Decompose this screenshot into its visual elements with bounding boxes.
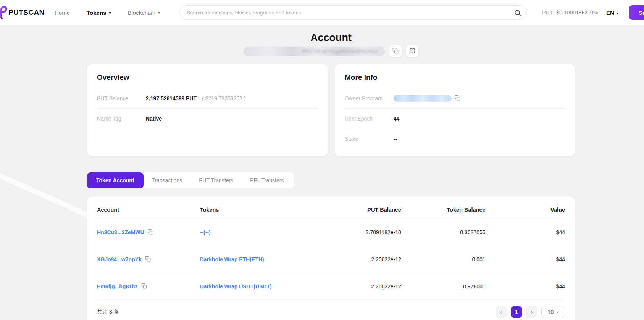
put-balance-label: PUT Balance — [97, 95, 146, 101]
price-value: $0.10001862 — [556, 10, 588, 16]
price-label: PUT: — [542, 10, 554, 16]
account-address-redacted: PRCSExb7GgpA6SavEHU9xx — [244, 47, 385, 56]
put-balance-usd: ( $219.79353253 ) — [202, 95, 245, 101]
tab-token-account[interactable]: Token Account — [87, 172, 144, 188]
account-link[interactable]: Em6fjg...hg81hz — [97, 283, 138, 289]
top-navbar: PUTSCAN Home Tokens ▾ Blockchain ▾ PUT: … — [0, 0, 644, 25]
nav-blockchain-label: Blockchain — [128, 10, 155, 16]
table-row: Em6fjg...hg81hz Darkhole Wrap USDT(USDT)… — [97, 273, 565, 300]
token-link[interactable]: --(--) — [200, 229, 211, 235]
nav-item-blockchain[interactable]: Blockchain ▾ — [128, 10, 160, 16]
qr-code-button[interactable] — [406, 45, 418, 57]
stake-value: -- — [394, 136, 397, 142]
next-page-button[interactable]: › — [526, 306, 537, 318]
nav-item-tokens[interactable]: Tokens ▾ — [87, 10, 111, 16]
current-page-button[interactable]: 1 — [511, 306, 522, 318]
page-size-value: 10 — [547, 309, 554, 315]
tab-transactions[interactable]: Transactions — [144, 172, 191, 188]
copy-icon — [455, 95, 460, 102]
brand-name: PUTSCAN — [8, 8, 45, 17]
search-icon[interactable] — [514, 9, 521, 18]
col-put-balance: PUT Balance — [331, 197, 401, 219]
account-link[interactable]: XGJo94...w7npYk — [97, 256, 142, 262]
token-link[interactable]: Darkhole Wrap ETH(ETH) — [200, 256, 264, 262]
chevron-down-icon: ▾ — [617, 11, 618, 15]
chevron-left-icon: ‹ — [500, 309, 502, 315]
more-info-title: More info — [335, 64, 575, 88]
copy-icon — [392, 48, 399, 55]
qr-code-icon — [409, 48, 415, 55]
prev-page-button[interactable]: ‹ — [496, 306, 507, 318]
nav-home-label: Home — [55, 10, 70, 16]
page-size-select[interactable]: 10 ▾ — [541, 306, 565, 318]
copy-account-button[interactable] — [141, 283, 147, 290]
price-change: 0% — [590, 10, 598, 16]
address-blurred-text: PRCSExb7GgpA6SavEHU9xx — [302, 47, 378, 56]
page-title: Account — [87, 32, 575, 44]
name-tag-value: Native — [146, 116, 162, 122]
token-balance-cell: 0.978001 — [401, 273, 486, 300]
account-address-row: PRCSExb7GgpA6SavEHU9xx — [87, 45, 575, 58]
name-tag-label: Name Tag — [97, 116, 146, 122]
chevron-down-icon: ▾ — [158, 11, 160, 15]
nav-item-home[interactable]: Home — [55, 10, 70, 16]
stake-label: Stake — [345, 136, 394, 142]
table-header-row: Account Tokens PUT Balance Token Balance… — [97, 197, 565, 219]
put-balance-value: 2,197.52614599 PUT — [146, 95, 197, 101]
language-selector[interactable]: EN ▾ — [606, 0, 618, 25]
token-account-table: Account Tokens PUT Balance Token Balance… — [97, 197, 565, 300]
tab-put-transfers[interactable]: PUT Transfers — [190, 172, 242, 188]
put-balance-cell: 2.20632e-12 — [331, 246, 401, 273]
total-count-text: 共计 3 条 — [97, 309, 119, 315]
tab-ppl-transfers[interactable]: PPL Transfers — [242, 172, 292, 188]
col-token-balance: Token Balance — [401, 197, 486, 219]
name-tag-row: Name Tag Native — [87, 109, 328, 129]
copy-account-button[interactable] — [148, 229, 153, 236]
rent-epoch-value: 44 — [394, 116, 400, 122]
owner-program-dots: ··· — [444, 95, 449, 100]
copy-owner-program-button[interactable] — [455, 95, 460, 102]
overview-card: Overview PUT Balance 2,197.52614599 PUT … — [87, 64, 328, 156]
token-price-indicator: PUT: $0.10001862 0% — [542, 0, 598, 25]
put-balance-cell: 3.7091182e-10 — [331, 219, 401, 246]
table-row: XGJo94...w7npYk Darkhole Wrap ETH(ETH) 2… — [97, 246, 565, 273]
token-account-table-card: Account Tokens PUT Balance Token Balance… — [87, 197, 575, 320]
owner-program-row: Owner Program ··· — [335, 88, 575, 108]
copy-address-button[interactable] — [389, 45, 402, 57]
sign-in-button[interactable]: Sign in — [629, 5, 644, 20]
value-cell: $44 — [486, 246, 565, 273]
account-link[interactable]: Hn8Cu8...2ZeMWU — [97, 229, 144, 235]
nav-tokens-label: Tokens — [87, 10, 106, 16]
token-balance-cell: 0.001 — [401, 246, 486, 273]
pagination: ‹ 1 › 10 ▾ — [496, 306, 565, 318]
owner-program-label: Owner Program — [345, 95, 394, 101]
chevron-down-icon: ▾ — [557, 310, 559, 314]
rent-epoch-label: Rent Epoch — [345, 116, 394, 122]
account-tabs: Token Account Transactions PUT Transfers… — [87, 172, 294, 188]
token-link[interactable]: Darkhole Wrap USDT(USDT) — [200, 283, 272, 289]
search-bar — [179, 5, 527, 20]
search-input[interactable] — [180, 6, 527, 19]
token-balance-cell: 0.3687055 — [401, 219, 486, 246]
copy-account-button[interactable] — [145, 256, 151, 263]
put-balance-row: PUT Balance 2,197.52614599 PUT ( $219.79… — [87, 88, 328, 108]
put-balance-cell: 2.20632e-12 — [331, 273, 401, 300]
col-value: Value — [486, 197, 565, 219]
language-label: EN — [606, 10, 614, 16]
copy-icon — [145, 256, 151, 263]
stake-row: Stake -- — [335, 129, 575, 149]
value-cell: $44 — [486, 273, 565, 300]
chevron-down-icon: ▾ — [109, 11, 111, 15]
copy-icon — [148, 229, 153, 236]
rent-epoch-row: Rent Epoch 44 — [335, 109, 575, 129]
more-info-card: More info Owner Program ··· Rent Epoch 4… — [335, 64, 575, 156]
table-row: Hn8Cu8...2ZeMWU --(--) 3.7091182e-10 0.3… — [97, 219, 565, 246]
copy-icon — [141, 283, 147, 290]
owner-program-link-redacted[interactable]: ··· — [394, 95, 452, 102]
col-tokens: Tokens — [200, 197, 331, 219]
value-cell: $44 — [486, 219, 565, 246]
main-nav: Home Tokens ▾ Blockchain ▾ — [55, 0, 160, 25]
col-account: Account — [97, 197, 200, 219]
overview-title: Overview — [87, 64, 328, 88]
chevron-right-icon: › — [531, 309, 533, 315]
